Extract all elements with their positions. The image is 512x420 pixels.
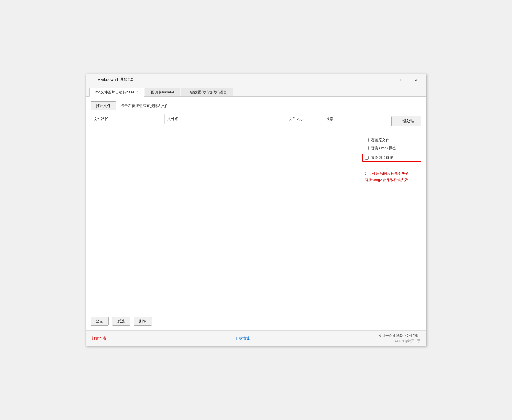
donate-link[interactable]: 打赏作者	[92, 336, 106, 341]
watermark: CSDN @姚乔二手	[395, 339, 420, 343]
checkbox-replace-img[interactable]: 替换<img>标签	[365, 146, 421, 151]
checkbox-replace-img-input[interactable]	[365, 146, 369, 150]
note-line1: 注：处理后图片标题会失效	[365, 171, 421, 177]
support-text: 支持一次处理多个文件/图片	[379, 333, 420, 338]
file-table-header: 文件路径 文件名 文件大小 状态	[91, 114, 360, 124]
tab-code-lang[interactable]: 一键设置代码段代码语言	[181, 88, 233, 96]
note-line2: 替换<img>会导致样式失效	[365, 177, 421, 183]
checkbox-overwrite-input[interactable]	[365, 138, 369, 142]
col-header-path: 文件路径	[91, 114, 165, 124]
checkbox-group: 覆盖原文件 替换<img>标签 替换图片链接	[365, 138, 421, 162]
checkbox-overwrite[interactable]: 覆盖原文件	[365, 138, 421, 143]
toolbar: 打开文件 点击左侧按钮或直接拖入文件	[91, 101, 421, 110]
checkbox-replace-link[interactable]: 替换图片链接	[362, 154, 421, 162]
window-title: Markdown工具箱2.0	[97, 77, 381, 82]
close-button[interactable]: ✕	[410, 75, 423, 84]
select-all-button[interactable]: 全选	[91, 317, 109, 326]
checkbox-replace-link-label: 替换图片链接	[371, 155, 393, 160]
checkbox-replace-img-label: 替换<img>标签	[371, 146, 396, 151]
col-header-name: 文件名	[165, 114, 286, 124]
tab-bar: md文件图片自动转base64 图片转base64 一键设置代码段代码语言	[86, 85, 426, 97]
title-bar: T. Markdown工具箱2.0 — □ ✕	[86, 74, 426, 85]
bottom-toolbar: 全选 反选 删除	[91, 317, 421, 326]
checkbox-replace-link-input[interactable]	[365, 156, 369, 160]
open-file-button[interactable]: 打开文件	[91, 101, 116, 110]
tab-md-base64[interactable]: md文件图片自动转base64	[89, 88, 144, 97]
minimize-button[interactable]: —	[381, 75, 394, 84]
download-link[interactable]: 下载地址	[235, 336, 250, 341]
app-icon: T.	[89, 77, 95, 83]
main-area: 文件路径 文件名 文件大小 状态 一键处理 覆盖原文件	[91, 114, 421, 313]
footer: 打赏作者 下载地址 支持一次处理多个文件/图片 CSDN @姚乔二手	[86, 330, 426, 346]
toolbar-hint: 点击左侧按钮或直接拖入文件	[121, 103, 169, 108]
delete-button[interactable]: 删除	[134, 317, 152, 326]
window-controls: — □ ✕	[381, 75, 423, 84]
col-header-size: 文件大小	[286, 114, 323, 124]
checkbox-overwrite-label: 覆盖原文件	[371, 138, 389, 143]
one-click-button[interactable]: 一键处理	[391, 116, 421, 126]
note-text: 注：处理后图片标题会失效 替换<img>会导致样式失效	[365, 171, 421, 183]
tab-img-base64[interactable]: 图片转base64	[145, 88, 180, 96]
file-table-container: 文件路径 文件名 文件大小 状态	[91, 114, 360, 313]
main-content: 打开文件 点击左侧按钮或直接拖入文件 文件路径 文件名 文件大小 状态 一键处理	[86, 97, 426, 330]
file-table-body[interactable]	[91, 124, 360, 313]
main-window: T. Markdown工具箱2.0 — □ ✕ md文件图片自动转base64 …	[86, 74, 426, 346]
col-header-status: 状态	[323, 114, 360, 124]
maximize-button[interactable]: □	[395, 75, 408, 84]
right-panel: 一键处理 覆盖原文件 替换<img>标签 替换图片链接	[365, 114, 421, 313]
invert-button[interactable]: 反选	[112, 317, 130, 326]
